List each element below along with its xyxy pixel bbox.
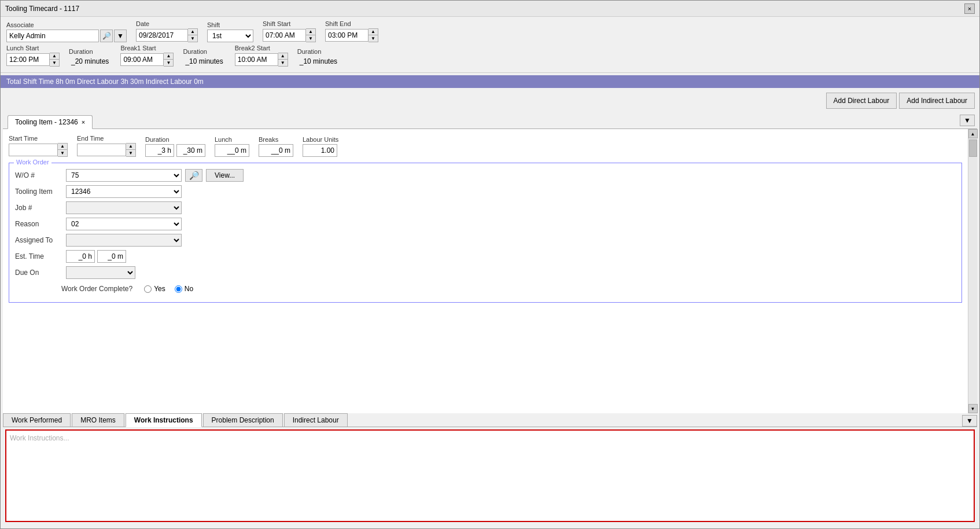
job-select[interactable] xyxy=(66,201,182,214)
tab-problem-description[interactable]: Problem Description xyxy=(203,413,283,427)
shift-start-label: Shift Start xyxy=(263,20,316,27)
tab-spacer xyxy=(94,112,957,128)
break2-start-input[interactable] xyxy=(235,53,278,66)
est-m-input[interactable] xyxy=(97,250,126,263)
start-time-spin: ▲ ▼ xyxy=(9,143,68,157)
title-bar: Tooling Timecard - 1117 × xyxy=(1,1,979,17)
shift-end-spin-down[interactable]: ▼ xyxy=(369,35,378,42)
associate-lookup-icon[interactable]: 🔎 xyxy=(100,30,113,42)
break2-start-spin-up[interactable]: ▲ xyxy=(278,53,288,60)
lunch-duration-label: Duration xyxy=(69,48,111,55)
lunch-start-spin-buttons: ▲ ▼ xyxy=(50,53,60,67)
tab-work-performed[interactable]: Work Performed xyxy=(3,413,71,427)
break2-start-label: Break2 Start xyxy=(235,45,288,52)
window-close-button[interactable]: × xyxy=(964,3,975,14)
tab-dropdown-button[interactable]: ▼ xyxy=(960,115,975,126)
reason-select[interactable]: 02 xyxy=(66,218,182,230)
lunch-start-spin-down[interactable]: ▼ xyxy=(50,60,59,66)
breaks-label: Breaks xyxy=(259,136,293,143)
wo-select[interactable]: 75 xyxy=(66,169,182,182)
yes-radio[interactable] xyxy=(144,285,152,293)
work-order-section-title: Work Order xyxy=(14,159,51,166)
add-indirect-labour-button[interactable]: Add Indirect Labour xyxy=(899,93,975,109)
start-time-spin-up[interactable]: ▲ xyxy=(58,144,67,150)
main-tab-header-left: Tooling Item - 12346 × xyxy=(3,112,94,128)
duration-m-input[interactable] xyxy=(176,144,205,157)
view-button[interactable]: View... xyxy=(206,169,244,182)
wo-lookup-button[interactable]: 🔎 xyxy=(185,169,202,182)
break2-duration-value: _10 minutes xyxy=(297,56,340,67)
break1-start-spin-up[interactable]: ▲ xyxy=(164,53,173,60)
shift-select[interactable]: 1st xyxy=(207,30,253,42)
date-input[interactable] xyxy=(136,29,188,42)
shift-end-spin: ▲ ▼ xyxy=(325,28,378,42)
lunch-input[interactable] xyxy=(215,144,249,157)
duration-h-input[interactable] xyxy=(145,144,174,157)
tab-mro-items[interactable]: MRO Items xyxy=(72,413,124,427)
associate-dropdown-btn[interactable]: ▼ xyxy=(114,30,127,42)
break1-start-spin-down[interactable]: ▼ xyxy=(164,60,173,66)
est-h-input[interactable] xyxy=(66,250,95,263)
scroll-up-button[interactable]: ▲ xyxy=(968,129,978,138)
break1-start-input[interactable] xyxy=(120,53,164,66)
date-spin-down[interactable]: ▼ xyxy=(188,35,197,42)
lunch-start-input[interactable] xyxy=(6,53,50,66)
break1-start-group: Break1 Start ▲ ▼ xyxy=(120,45,174,67)
labour-units-input[interactable] xyxy=(303,144,337,157)
due-on-select[interactable] xyxy=(66,266,135,279)
right-scrollbar: ▲ ▼ xyxy=(968,129,977,413)
date-group: Date ▲ ▼ xyxy=(136,20,198,42)
wo-controls: 75 🔎 View... xyxy=(66,169,244,182)
lunch-start-spin-up[interactable]: ▲ xyxy=(50,53,59,60)
scroll-thumb xyxy=(969,139,977,157)
shift-start-input[interactable] xyxy=(263,29,306,42)
est-time-row: Est. Time xyxy=(15,250,956,263)
bottom-tab-dropdown-button[interactable]: ▼ xyxy=(962,415,977,427)
date-spin-up[interactable]: ▲ xyxy=(188,29,197,35)
shift-label: Shift xyxy=(207,21,253,28)
break2-start-spin: ▲ ▼ xyxy=(235,53,288,67)
shift-start-spin: ▲ ▼ xyxy=(263,28,316,42)
shift-end-input[interactable] xyxy=(325,29,369,42)
end-time-spin: ▲ ▼ xyxy=(77,143,136,157)
shift-end-spin-up[interactable]: ▲ xyxy=(369,29,378,35)
shift-start-spin-down[interactable]: ▼ xyxy=(306,35,315,42)
work-order-complete-row: Work Order Complete? Yes No xyxy=(61,285,956,293)
break1-duration-value: _10 minutes xyxy=(183,56,225,67)
scroll-down-button[interactable]: ▼ xyxy=(968,404,978,413)
break1-start-control: ▲ ▼ xyxy=(120,53,174,67)
end-time-input[interactable] xyxy=(77,144,126,156)
work-instructions-textarea[interactable]: Work Instructions... xyxy=(5,429,975,522)
tooling-item-tab[interactable]: Tooling Item - 12346 × xyxy=(8,115,93,129)
add-direct-labour-button[interactable]: Add Direct Labour xyxy=(826,93,897,109)
shift-end-group: Shift End ▲ ▼ xyxy=(325,20,378,42)
window-title: Tooling Timecard - 1117 xyxy=(5,5,79,13)
end-time-spin-down[interactable]: ▼ xyxy=(126,150,135,156)
lunch-start-spin: ▲ ▼ xyxy=(6,53,60,67)
start-time-input[interactable] xyxy=(9,144,58,156)
no-radio[interactable] xyxy=(175,285,182,293)
tooling-item-select[interactable]: 12346 xyxy=(66,185,182,198)
info-bar: Total Shift Time 8h 0m Direct Labour 3h … xyxy=(1,75,979,88)
date-spin-buttons: ▲ ▼ xyxy=(188,28,198,42)
tab-indirect-labour[interactable]: Indirect Labour xyxy=(284,413,348,427)
main-window: Tooling Timecard - 1117 × Associate 🔎 ▼ … xyxy=(0,0,980,529)
tab-close-button[interactable]: × xyxy=(82,119,85,126)
reason-row: Reason 02 xyxy=(15,218,956,230)
break2-start-spin-down[interactable]: ▼ xyxy=(278,60,288,66)
duration-label: Duration xyxy=(145,136,205,143)
main-tab-header: Tooling Item - 12346 × ▼ xyxy=(3,112,977,129)
tooling-item-row: Tooling Item 12346 xyxy=(15,185,956,198)
associate-input[interactable] xyxy=(6,30,99,42)
start-time-spin-down[interactable]: ▼ xyxy=(58,150,67,156)
work-order-section: Work Order W/O # 75 🔎 View... xyxy=(9,163,962,303)
shift-control: 1st xyxy=(207,30,253,42)
shift-start-spin-up[interactable]: ▲ xyxy=(306,29,315,35)
breaks-input[interactable] xyxy=(259,144,293,157)
assigned-to-select[interactable] xyxy=(66,234,182,247)
main-content: Add Direct Labour Add Indirect Labour To… xyxy=(1,90,979,528)
end-time-spin-up[interactable]: ▲ xyxy=(126,144,135,150)
no-radio-item: No xyxy=(175,285,193,293)
shift-group: Shift 1st xyxy=(207,21,253,42)
tab-work-instructions[interactable]: Work Instructions xyxy=(126,413,202,427)
